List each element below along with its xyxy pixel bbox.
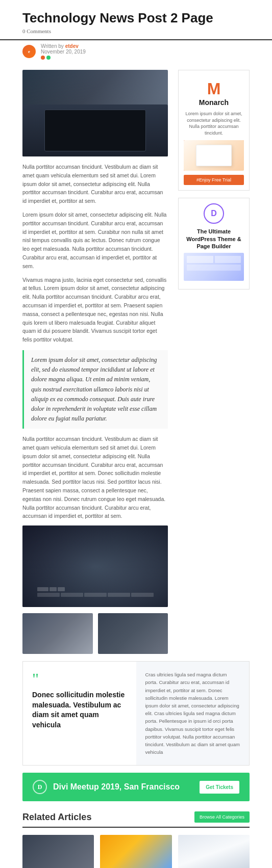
- get-tickets-button[interactable]: Get Tickets: [200, 781, 239, 794]
- author-name: etdev: [65, 43, 79, 49]
- main-content-area: Nulla porttitor accumsan tincidunt. Vest…: [22, 70, 168, 661]
- related-card-image-3: [178, 835, 250, 868]
- monarch-trial-button[interactable]: #Enjoy Free Trial: [184, 175, 244, 185]
- author-social-icons: [41, 56, 86, 60]
- related-articles-header: Related Articles Browse All Categories: [22, 811, 250, 828]
- author-info-block: Written by etdev November 20, 2019: [41, 43, 86, 60]
- related-card-1: Top 10 Companies to Work For Feb 12, 201…: [22, 835, 94, 868]
- body-paragraph-1: Nulla porttitor accumsan tincidunt. Vest…: [22, 163, 168, 205]
- quote-inner: " Donec sollicitudin molestie malesuada.…: [23, 662, 249, 765]
- monarch-preview-image: [184, 140, 244, 171]
- author-meta-bar: e Written by etdev November 20, 2019: [0, 40, 272, 62]
- written-by-label: Written by: [41, 43, 64, 49]
- related-card-image-1: [22, 835, 94, 868]
- page-header: Technology News Post 2 Page 0 Comments: [0, 0, 272, 40]
- blockquote-text: Lorem ipsum dolor sit amet, consectetur …: [31, 355, 161, 424]
- monarch-card: M Monarch Lorem ipsum dolor sit amet, co…: [178, 70, 250, 191]
- monarch-brand-name: Monarch: [188, 98, 240, 107]
- body-paragraph-3: Vivamus magna justo, lacinia eget consec…: [22, 276, 168, 344]
- related-articles-section: Related Articles Browse All Categories T…: [0, 811, 272, 868]
- blockquote: Lorem ipsum dolor sit amet, consectetur …: [22, 350, 168, 429]
- keyboard-visual: [37, 552, 154, 597]
- body-paragraph-4: Nulla porttitor accumsan tincidunt. Vest…: [22, 435, 168, 520]
- related-card-3: Improve Your Workspace Feb 12, 2019 Prae…: [178, 835, 250, 868]
- author-avatar: e: [22, 45, 36, 58]
- screen-visual: [44, 110, 146, 151]
- meetup-wrapper: D Divi Meetup 2019, San Francisco Get Ti…: [0, 773, 272, 801]
- related-card-2: Best Cities for Remote Work Feb 12, 2019…: [100, 835, 171, 868]
- related-card-image-2: [100, 835, 171, 868]
- related-articles-title: Related Articles: [22, 812, 91, 823]
- hero-image: [22, 70, 168, 156]
- comments-link[interactable]: 0 Comments: [22, 28, 250, 34]
- page-title: Technology News Post 2 Page: [22, 10, 250, 26]
- post-date: November 20, 2019: [41, 49, 86, 55]
- divi-letter: D: [211, 209, 217, 218]
- monarch-description: Lorem ipsum dolor sit amet, consectetur …: [184, 111, 244, 136]
- quote-right-panel: Cras ultricies ligula sed magna dictum p…: [136, 662, 250, 765]
- sidebar: M Monarch Lorem ipsum dolor sit amet, co…: [178, 70, 250, 661]
- quote-mark: ": [32, 671, 127, 687]
- monarch-logo-section: M Monarch: [184, 75, 244, 111]
- social-icon-orange[interactable]: [41, 56, 45, 60]
- quote-main-text: Donec sollicitudin molestie malesuada. V…: [32, 690, 127, 730]
- meetup-banner: D Divi Meetup 2019, San Francisco Get Ti…: [22, 773, 250, 801]
- social-icon-green[interactable]: [46, 56, 51, 60]
- quote-section: " Donec sollicitudin molestie malesuada.…: [22, 661, 250, 766]
- related-articles-grid: Top 10 Companies to Work For Feb 12, 201…: [22, 835, 250, 868]
- divi-card: D The Ultimate WordPress Theme & Page Bu…: [178, 198, 250, 290]
- quote-side-text: Cras ultricies ligula sed magna dictum p…: [145, 671, 240, 756]
- small-image-1: [22, 613, 93, 654]
- divi-preview-image: [184, 253, 244, 281]
- laptop-visual: [22, 104, 168, 156]
- browse-categories-button[interactable]: Browse All Categories: [194, 811, 250, 823]
- keyboard-image: [22, 525, 168, 607]
- divi-title: The Ultimate WordPress Theme & Page Buil…: [184, 228, 244, 250]
- quote-left-panel: " Donec sollicitudin molestie malesuada.…: [23, 662, 136, 765]
- body-paragraph-2: Lorem ipsum dolor sit amet, consectetur …: [22, 211, 168, 271]
- small-images-row: [22, 613, 168, 654]
- meetup-divi-icon: D: [33, 780, 47, 794]
- small-image-2: [98, 613, 168, 654]
- divi-icon-circle: D: [204, 203, 224, 224]
- content-wrapper: Nulla porttitor accumsan tincidunt. Vest…: [0, 62, 272, 661]
- meetup-title: Divi Meetup 2019, San Francisco: [53, 782, 193, 792]
- monarch-letter: M: [188, 80, 240, 98]
